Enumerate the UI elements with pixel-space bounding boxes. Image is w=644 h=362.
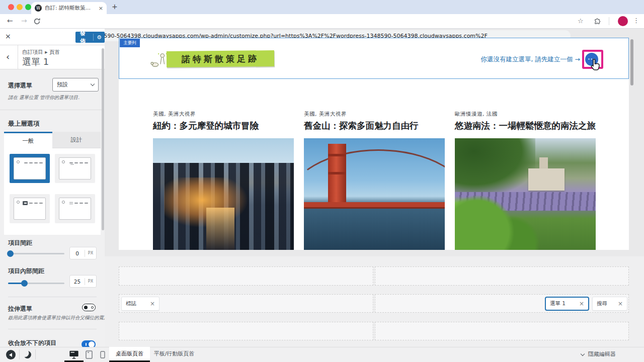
builder-cell-main-right[interactable]: 選單 1 × 搜尋 × [375,294,629,313]
stretch-menu-toggle[interactable] [82,304,96,311]
browser-menu-icon[interactable]: ⋮ [633,17,639,24]
remove-widget-icon[interactable]: × [145,300,155,307]
browser-tab[interactable]: W 自訂: 諾特斯散策足跡 – 分享在 × [31,2,107,14]
item-spacing-unit: PX [85,251,96,255]
slider-thumb[interactable] [7,250,14,257]
post-image-south-france[interactable] [455,138,596,250]
device-desktop-icon[interactable] [69,350,79,361]
tab-design[interactable]: 設計 [52,132,101,148]
sidebar-scrollbar[interactable] [102,48,104,230]
site-preview: 主要列 諾特斯散策足跡 你還沒有建立選單, 請先建立一個 → [119,38,629,250]
no-menu-link[interactable]: 你還沒有建立選單, 請先建立一個 → [421,55,580,64]
browser-toolbar: ← → wordpress-1348590-5064398.cloudwaysa… [0,14,644,29]
panel-back-button[interactable] [0,45,18,69]
preview-scrollbar[interactable] [630,39,633,85]
search-widget-chip[interactable]: 搜尋 × [592,297,627,311]
tab-tablet-mobile-header[interactable]: 平板/行動版頁首 [150,347,198,360]
row-badge: 主要列 [120,39,140,47]
window-zoom-button[interactable] [25,4,31,10]
publish-button[interactable]: 發佈 [75,30,93,45]
wordpress-favicon-icon: W [35,5,42,12]
tab-close-icon[interactable]: × [99,5,103,12]
device-tablet-icon[interactable] [86,350,93,361]
extensions-icon[interactable] [594,18,601,27]
bottombar-divider [19,349,20,359]
item-inner-spacing-value: 25 [70,279,85,285]
builder-cell-bottom-left[interactable] [119,322,373,340]
builder-bottom-bar [0,347,644,362]
remove-widget-icon[interactable]: × [613,300,623,307]
browser-tab-strip: W 自訂: 諾特斯散策足跡 – 分享在 × + [0,0,644,14]
logo-widget-chip[interactable]: 標誌 × [121,297,159,311]
select-menu-label: 選擇選單 [8,81,32,90]
publish-settings-gear-icon[interactable]: ⚙ [94,34,105,41]
layout-option-3[interactable] [10,194,50,223]
stretch-menu-help: 啟用此選項將會使選單拉伸以符合父欄位的寬度 [8,315,101,321]
toolbar-divider [609,17,609,25]
item-inner-spacing-slider[interactable] [8,283,64,284]
triangle-left-icon [9,353,12,357]
tab-general[interactable]: 一般 [4,132,52,148]
bookmark-star-icon[interactable]: ☆ [578,17,584,25]
screen: W 自訂: 諾特斯散策足跡 – 分享在 × + ← → wordpress-13… [0,0,644,362]
browser-reload-icon[interactable] [33,18,41,27]
select-menu-dropdown[interactable]: 預設 [52,78,99,92]
post-title[interactable]: 悠遊南法：一場輕鬆愜意的南法之旅 [455,120,596,132]
item-inner-spacing-label: 項目內部間距 [8,267,44,276]
collapse-builder-button[interactable] [6,350,16,359]
dark-mode-moon-icon[interactable] [24,351,31,358]
window-minimize-button[interactable] [17,4,23,10]
browser-back-icon[interactable]: ← [7,17,13,25]
window-close-button[interactable] [8,4,14,10]
device-phone-icon[interactable] [100,351,105,360]
tab-desktop-header[interactable]: 桌面版頁首 [109,347,150,360]
divider [8,297,97,297]
layout-option-2[interactable] [55,154,95,183]
builder-cell-main-left[interactable]: 標誌 × [119,294,373,313]
post-title[interactable]: 紐約：多元摩登的城市冒險 [153,120,259,132]
slider-thumb[interactable] [21,280,28,287]
profile-avatar[interactable] [618,16,628,26]
tab-title: 自訂: 諾特斯散策足跡 – 分享在 [45,5,96,12]
select-menu-value: 預設 [57,81,91,88]
section-title: 最上層選項 [8,120,40,128]
builder-cell-top-left[interactable] [119,266,373,286]
logo-widget-label: 標誌 [126,300,136,307]
remove-widget-icon[interactable]: × [574,300,584,307]
post-category: 歐洲慢漫遊, 法國 [455,111,498,118]
post-title[interactable]: 舊金山：探索多面魅力自由行 [304,120,419,132]
site-logo[interactable]: 諾特斯散策足跡 [167,50,274,67]
item-spacing-slider[interactable] [8,253,64,254]
chevron-down-icon [91,82,95,86]
builder-row-bottom [119,322,629,340]
close-customizer-icon[interactable]: × [5,32,11,40]
post-card: 美國, 美洲大視界 紐約：多元摩登的城市冒險 [153,100,294,250]
builder-cell-top-right[interactable] [375,266,629,286]
post-image-golden-gate[interactable] [304,138,445,250]
item-spacing-value-box[interactable]: 0 PX [69,247,97,259]
stretch-menu-label: 拉伸選單 [8,305,32,313]
search-widget-label: 搜尋 [597,300,607,307]
preview-header-row: 主要列 諾特斯散策足跡 你還沒有建立選單, 請先建立一個 → [119,38,629,79]
option-tabs: 一般 設計 [4,132,101,148]
menu-widget-chip-selected[interactable]: 選單 1 × [545,297,589,311]
hide-editor-label: 隱藏編輯器 [588,350,616,358]
post-category: 美國, 美洲大視界 [304,111,347,118]
layout-option-4[interactable] [55,194,95,223]
collapse-items-label: 收合放不下的項目 [8,339,56,347]
panel-header: ‹ 自訂項目 ▸ 頁首 選單 1 [0,45,105,69]
breadcrumb: 自訂項目 ▸ 頁首 [22,49,60,56]
item-inner-spacing-value-box[interactable]: 25 PX [69,275,97,288]
browser-forward-icon[interactable]: → [21,17,27,25]
post-card: 歐洲慢漫遊, 法國 悠遊南法：一場輕鬆愜意的南法之旅 [455,100,596,250]
layout-option-1-selected[interactable] [10,154,50,183]
select-menu-help: 請在 選單位置 管理你的選單項目. [8,95,101,101]
item-spacing-label: 項目間距 [8,239,32,247]
post-card: 美國, 美洲大視界 舊金山：探索多面魅力自由行 [304,100,445,250]
builder-cell-bottom-right[interactable] [375,322,629,340]
divider [0,110,102,110]
new-tab-button[interactable]: + [112,3,118,11]
builder-row-top [119,266,629,286]
hide-editor-button[interactable]: 隱藏編輯器 [581,350,616,358]
post-image-new-york[interactable] [153,138,294,250]
